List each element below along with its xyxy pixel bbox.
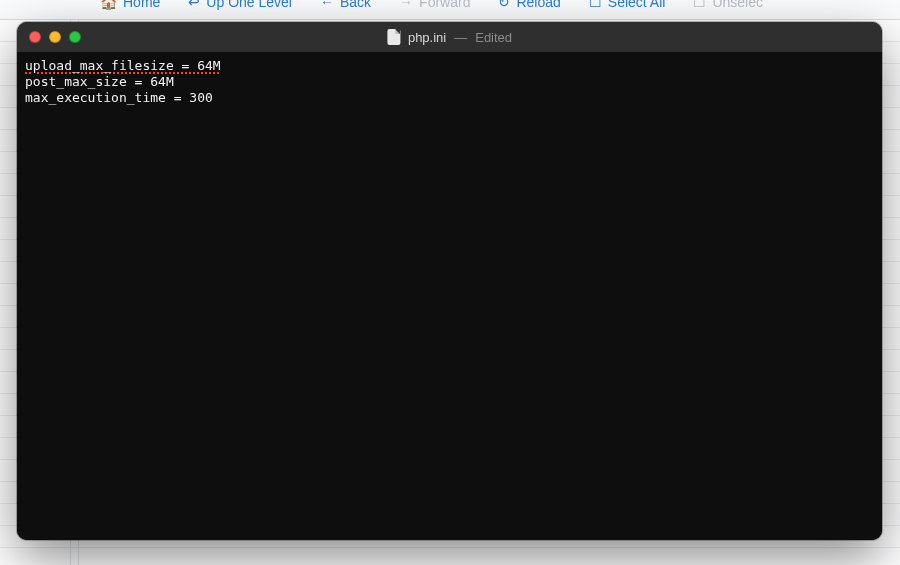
window-controls bbox=[17, 31, 81, 43]
toolbar-label: Select All bbox=[608, 0, 666, 10]
window-titlebar[interactable]: php.ini — Edited bbox=[17, 22, 882, 52]
toolbar-back[interactable]: ← Back bbox=[320, 0, 371, 10]
toolbar-home[interactable]: 🏠 Home bbox=[100, 0, 160, 10]
toolbar-forward: → Forward bbox=[399, 0, 470, 10]
toolbar-label: Unselec bbox=[712, 0, 763, 10]
toolbar-reload[interactable]: ↻ Reload bbox=[498, 0, 560, 10]
toolbar-label: Up One Level bbox=[206, 0, 292, 10]
text-editor-window: php.ini — Edited upload_max_filesize = 6… bbox=[17, 22, 882, 540]
editor-line: max_execution_time = 300 bbox=[25, 90, 874, 106]
back-icon: ← bbox=[320, 0, 334, 9]
document-icon[interactable] bbox=[387, 29, 400, 45]
toolbar-unselect: ☐ Unselec bbox=[693, 0, 763, 10]
title-separator: — bbox=[454, 30, 467, 45]
select-all-icon: ☐ bbox=[589, 0, 602, 9]
filename-label: php.ini bbox=[408, 30, 446, 45]
up-icon: ↩ bbox=[188, 0, 200, 9]
toolbar-label: Reload bbox=[516, 0, 560, 10]
minimize-icon[interactable] bbox=[49, 31, 61, 43]
editor-line: upload_max_filesize = 64M bbox=[25, 58, 221, 73]
toolbar-label: Forward bbox=[419, 0, 470, 10]
toolbar-up-one-level[interactable]: ↩ Up One Level bbox=[188, 0, 292, 10]
editor-text-area[interactable]: upload_max_filesize = 64Mpost_max_size =… bbox=[17, 52, 882, 540]
toolbar-label: Back bbox=[340, 0, 371, 10]
edited-status: Edited bbox=[475, 30, 512, 45]
unselect-icon: ☐ bbox=[693, 0, 706, 9]
toolbar-label: Home bbox=[123, 0, 160, 10]
toolbar-select-all[interactable]: ☐ Select All bbox=[589, 0, 666, 10]
window-title: php.ini — Edited bbox=[387, 29, 512, 45]
close-icon[interactable] bbox=[29, 31, 41, 43]
reload-icon: ↻ bbox=[498, 0, 510, 9]
zoom-icon[interactable] bbox=[69, 31, 81, 43]
editor-line: post_max_size = 64M bbox=[25, 74, 874, 90]
background-toolbar: 🏠 Home ↩ Up One Level ← Back → Forward ↻… bbox=[0, 0, 900, 20]
home-icon: 🏠 bbox=[100, 0, 117, 9]
forward-icon: → bbox=[399, 0, 413, 9]
